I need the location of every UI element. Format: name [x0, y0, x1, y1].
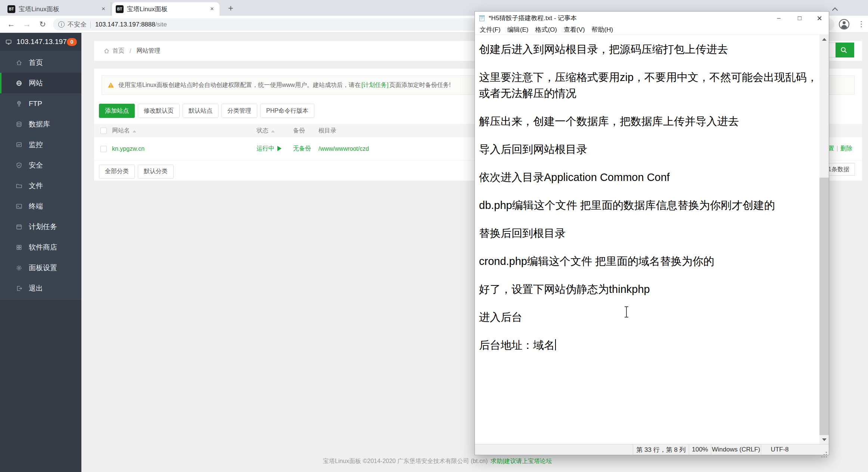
sidebar-item-label: 面板设置 [29, 263, 57, 273]
sort-asc-icon[interactable] [133, 130, 136, 132]
sidebar-item-appstore[interactable]: 软件商店 [0, 237, 81, 257]
default-category-button[interactable]: 默认分类 [138, 165, 174, 179]
sidebar-item-website[interactable]: 网站 [0, 73, 81, 93]
modify-default-page-button[interactable]: 修改默认页 [138, 104, 180, 118]
category-manage-button[interactable]: 分类管理 [221, 104, 257, 118]
sidebar-item-ftp[interactable]: FTP [0, 93, 81, 114]
message-count-badge[interactable]: 0 [67, 38, 77, 46]
site-delete-link[interactable]: 删除 [840, 145, 852, 151]
menu-help[interactable]: 帮助(H) [588, 25, 617, 34]
sidebar-item-database[interactable]: 数据库 [0, 114, 81, 134]
sidebar-item-logout[interactable]: 退出 [0, 278, 81, 298]
back-icon[interactable] [5, 18, 17, 30]
server-header: 103.147.13.197 0 [0, 33, 81, 51]
warning-icon [108, 82, 114, 88]
close-button[interactable] [810, 12, 829, 25]
encoding: UTF-8 [761, 444, 798, 455]
notepad-line: db.php编辑这个文件 把里面的数据库信息替换为你刚才创建的 [479, 197, 819, 213]
menu-format[interactable]: 格式(O) [532, 25, 560, 34]
sidebar-item-label: 首页 [29, 58, 43, 68]
add-site-button[interactable]: 添加站点 [99, 104, 135, 118]
menu-view[interactable]: 查看(V) [560, 25, 588, 34]
site-backup-link[interactable]: 无备份 [293, 145, 311, 151]
site-root-link[interactable]: /www/wwwroot/czd [318, 146, 369, 152]
scrollbar-thumb[interactable] [819, 178, 829, 435]
shield-icon [16, 162, 22, 169]
search-icon [840, 46, 847, 54]
notepad-line: 解压出来，创建一个数据库，把数据库上传并导入进去 [479, 113, 819, 129]
security-label: 不安全 [68, 20, 87, 29]
monitor-icon [6, 38, 12, 46]
tab-title: 宝塔Linux面板 [19, 5, 97, 13]
logout-icon [16, 285, 22, 292]
col-backup: 备份 [293, 124, 318, 137]
minimize-button[interactable] [768, 12, 789, 25]
sidebar-item-cron[interactable]: 计划任务 [0, 216, 81, 237]
notepad-line: 这里要注意下，压缩格式要用zip，不要用中文，不然可能会出现乱码，或者无法解压的… [479, 69, 819, 101]
globe-icon [16, 80, 22, 87]
notepad-line: 后台地址：域名 [479, 337, 819, 353]
site-name-link[interactable]: kn.ypgzw.cn [112, 146, 144, 152]
forward-icon[interactable] [21, 18, 33, 30]
sidebar-item-label: 监控 [29, 140, 43, 150]
breadcrumb-current: 网站管理 [136, 47, 160, 55]
default-site-button[interactable]: 默认站点 [183, 104, 218, 118]
reload-icon[interactable] [37, 18, 49, 30]
notepad-line: 好了，设置下网站伪静态为thinkphp [479, 281, 819, 297]
scroll-down-icon[interactable] [819, 435, 829, 444]
notepad-line: 替换后回到根目录 [479, 225, 819, 241]
chevron-up-icon[interactable] [833, 7, 837, 12]
forum-link[interactable]: 求助|建议请上宝塔论坛 [491, 457, 552, 465]
notepad-text-area[interactable]: 创建后进入到网站根目录，把源码压缩打包上传进去 这里要注意下，压缩格式要用zip… [475, 35, 819, 444]
cron-page-link[interactable]: [计划任务] [361, 81, 389, 89]
baota-favicon: BT [116, 5, 124, 13]
browser-tab-2-active[interactable]: BT 宝塔Linux面板 [112, 2, 220, 16]
sort-asc-icon[interactable] [271, 130, 275, 132]
sidebar-item-files[interactable]: 文件 [0, 175, 81, 196]
ftp-icon [16, 100, 22, 107]
php-cli-version-button[interactable]: PHP命令行版本 [260, 104, 314, 118]
breadcrumb-home[interactable]: 首页 [112, 47, 124, 55]
site-status-link[interactable]: 运行中 [256, 145, 274, 151]
tab-close-icon[interactable] [208, 5, 216, 13]
menu-edit[interactable]: 编辑(E) [504, 25, 532, 34]
sidebar-item-label: 终端 [29, 201, 43, 211]
select-all-checkbox[interactable] [100, 128, 107, 134]
sidebar-item-security[interactable]: 安全 [0, 155, 81, 175]
search-button[interactable] [836, 43, 854, 57]
screen: BT 宝塔Linux面板 BT 宝塔Linux面板 不安全 103.147.13… [0, 0, 868, 472]
menu-file[interactable]: 文件(F) [476, 25, 504, 34]
sidebar-item-terminal[interactable]: 终端 [0, 196, 81, 216]
all-categories-button[interactable]: 全部分类 [99, 165, 135, 179]
calendar-icon [16, 224, 22, 230]
ibeam-cursor [626, 307, 627, 317]
divider [90, 21, 91, 28]
notepad-window: *H5猜骰子搭建教程.txt - 记事本 文件(F) 编辑(E) 格式(O) 查… [475, 11, 829, 455]
sidebar-item-label: 网站 [29, 78, 43, 88]
scroll-up-icon[interactable] [819, 35, 829, 44]
notepad-menu-bar: 文件(F) 编辑(E) 格式(O) 查看(V) 帮助(H) [475, 25, 829, 35]
sidebar-item-home[interactable]: 首页 [0, 52, 81, 73]
maximize-button[interactable] [789, 12, 810, 25]
browser-tab-1[interactable]: BT 宝塔Linux面板 [4, 2, 111, 16]
sidebar-item-label: 退出 [29, 284, 43, 293]
cursor-position: 第 33 行，第 8 列 [633, 444, 689, 455]
sidebar-item-settings[interactable]: 面板设置 [0, 257, 81, 278]
row-checkbox[interactable] [100, 146, 107, 152]
new-tab-button[interactable] [225, 3, 236, 13]
notepad-line: crond.php编辑这个文件 把里面的域名替换为你的 [479, 253, 819, 269]
sidebar: 103.147.13.197 0 首页 网站 FTP 数据库 监控 [0, 33, 81, 472]
resize-grip[interactable] [798, 444, 829, 455]
browser-profile-icon[interactable] [839, 19, 849, 29]
col-site-name[interactable]: 网站名 [112, 124, 256, 137]
info-icon[interactable] [58, 21, 65, 28]
col-status[interactable]: 状态 [256, 124, 293, 137]
notepad-title-bar[interactable]: *H5猜骰子搭建教程.txt - 记事本 [475, 12, 829, 25]
sidebar-item-monitor[interactable]: 监控 [0, 134, 81, 155]
notepad-line: 创建后进入到网站根目录，把源码压缩打包上传进去 [479, 41, 819, 57]
browser-menu-icon[interactable] [858, 19, 865, 28]
url-host: 103.147.13.197:8888 [95, 21, 155, 28]
sidebar-item-label: 数据库 [29, 119, 50, 129]
notepad-scrollbar[interactable] [819, 35, 829, 444]
tab-close-icon[interactable] [100, 5, 107, 13]
